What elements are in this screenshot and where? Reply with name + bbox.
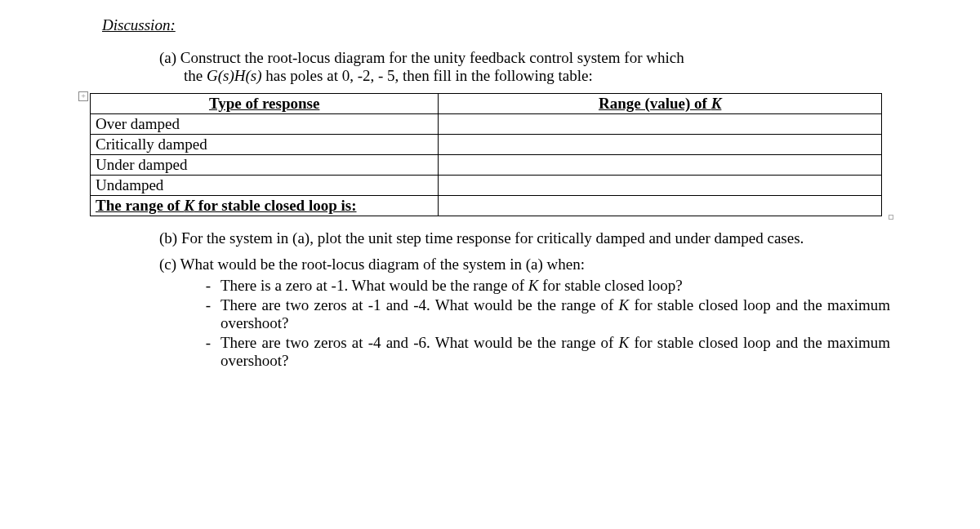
part-b-text: For the system in (a), plot the unit ste… [181,229,804,247]
stable-row-value [439,196,882,216]
table-header-left: Type of response [91,94,439,114]
dash-icon: - [196,277,220,295]
bullet-K: K [619,334,630,351]
stable-pre: The range of [96,197,184,214]
stable-K: K [184,197,194,214]
table-header-right: Range (value) of K [439,94,882,114]
part-a-line2-suffix: has poles at 0, -2, - 5, then fill in th… [262,67,593,84]
part-a-expr: G(s)H(s) [207,67,262,84]
bullet-pre: There is a zero at -1. What would be the… [220,277,528,294]
part-b-label: (b) [159,229,177,247]
table-wrapper: + Type of response Range (value) of K Ov… [90,93,890,216]
resize-handle-icon[interactable] [889,215,893,220]
table-row: Over damped [91,114,882,135]
part-c-label: (c) [159,256,176,273]
bullet-item: - There are two zeros at -4 and -6. What… [196,334,890,370]
bullet-pre: There are two zeros at -4 and -6. What w… [220,334,619,351]
header-right-K: K [711,95,722,112]
bullet-K: K [528,277,539,294]
table-row: Critically damped [91,135,882,155]
row-value [439,176,882,196]
table-header-row: Type of response Range (value) of K [91,94,882,114]
row-label: Under damped [91,155,439,176]
bullet-item: - There is a zero at -1. What would be t… [196,277,890,295]
stable-row-label: The range of K for stable closed loop is… [91,196,439,216]
bullet-pre: There are two zeros at -1 and -4. What w… [220,296,619,313]
row-label: Over damped [91,114,439,135]
table-row: Undamped [91,176,882,196]
part-a-line2-prefix: the [184,67,207,84]
response-table: Type of response Range (value) of K Over… [90,93,882,216]
row-label: Critically damped [91,135,439,155]
bullet-K: K [619,296,630,313]
row-value [439,135,882,155]
bullet-item: - There are two zeros at -1 and -4. What… [196,296,890,332]
part-a-line1: Construct the root-locus diagram for the… [180,49,684,66]
part-b: (b) For the system in (a), plot the unit… [159,229,890,247]
part-a-label: (a) [159,49,176,66]
stable-post: for stable closed loop is: [194,197,357,214]
dash-icon: - [196,296,220,332]
bullet-post: for stable closed loop? [539,277,683,294]
row-label: Undamped [91,176,439,196]
part-c: (c) What would be the root-locus diagram… [159,256,890,370]
table-stable-row: The range of K for stable closed loop is… [91,196,882,216]
row-value [439,155,882,176]
section-title: Discussion: [102,16,890,34]
row-value [439,114,882,135]
table-row: Under damped [91,155,882,176]
header-right-pre: Range (value) of [599,95,711,112]
part-a: (a) Construct the root-locus diagram for… [159,49,890,85]
table-anchor-icon[interactable]: + [78,91,88,101]
dash-icon: - [196,334,220,370]
part-c-text: What would be the root-locus diagram of … [180,256,585,273]
part-c-bullets: - There is a zero at -1. What would be t… [196,277,890,370]
